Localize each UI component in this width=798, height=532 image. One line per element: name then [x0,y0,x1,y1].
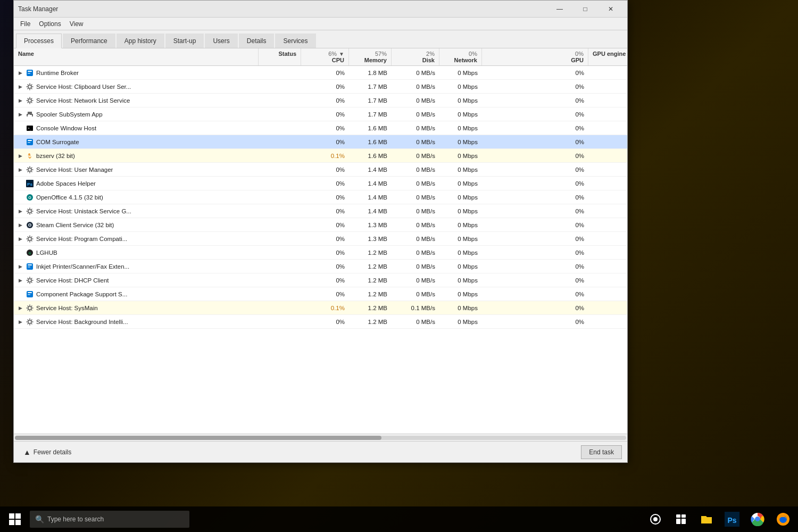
process-status-cell [259,293,301,295]
table-row[interactable]: ▶Service Host: DHCP Client0%1.2 MB0 MB/s… [14,273,627,287]
table-row[interactable]: ▶Runtime Broker0%1.8 MB0 MB/s0 Mbps0% [14,66,627,80]
table-row[interactable]: ▶Inkjet Printer/Scanner/Fax Exten...0%1.… [14,260,627,273]
col-header-name[interactable]: Name [14,48,259,65]
process-cpu-cell: 0% [301,207,349,215]
photoshop-taskbar-icon[interactable]: Ps [719,506,745,532]
end-task-button[interactable]: End task [581,445,622,459]
col-header-cpu[interactable]: 6% ▼ CPU [301,48,349,65]
tab-processes[interactable]: Processes [16,34,62,48]
maximize-button[interactable]: □ [573,2,597,16]
col-header-memory[interactable]: 57% Memory [349,48,392,65]
process-gpu-cell: 0% [482,152,588,160]
table-row[interactable]: ▶Spooler SubSystem App0%1.7 MB0 MB/s0 Mb… [14,107,627,121]
expand-arrow-icon[interactable]: ▶ [17,305,23,311]
cortana-taskbar-icon[interactable] [643,506,668,532]
table-row[interactable]: OOpenOffice 4.1.5 (32 bit)0%1.4 MB0 MB/s… [14,190,627,204]
table-row[interactable]: ▶Service Host: Network List Service0%1.7… [14,94,627,107]
table-row[interactable]: ▶bzserv (32 bit)0.1%1.6 MB0 MB/s0 Mbps0% [14,149,627,163]
horizontal-scrollbar[interactable] [14,434,627,441]
tab-users[interactable]: Users [205,34,237,48]
tab-details[interactable]: Details [239,34,275,48]
close-button[interactable]: ✕ [598,2,623,16]
windows-logo-icon [9,513,21,525]
process-cpu-cell: 0% [301,290,349,298]
expand-arrow-icon[interactable]: ▶ [17,263,23,270]
process-memory-cell: 1.7 MB [349,82,392,91]
scrollbar-thumb[interactable] [15,436,381,440]
table-row[interactable]: PsAdobe Spaces Helper0%1.4 MB0 MB/s0 Mbp… [14,177,627,190]
menu-options[interactable]: Options [35,19,65,29]
expand-arrow-icon[interactable]: ▶ [17,167,23,173]
process-cpu-cell: 0% [301,276,349,285]
col-header-gpu[interactable]: 0% GPU [482,48,588,65]
svg-point-22 [29,224,31,226]
expand-arrow-icon[interactable]: ▶ [17,111,23,118]
process-name-cell: PsAdobe Spaces Helper [14,178,259,189]
process-network-cell: 0 Mbps [439,96,482,105]
expand-arrow-icon[interactable]: ▶ [17,277,23,284]
process-status-cell [259,169,301,171]
process-status-cell [259,238,301,240]
file-explorer-taskbar-icon[interactable] [694,506,719,532]
expand-arrow-icon[interactable]: ▶ [17,208,23,214]
col-header-disk[interactable]: 2% Disk [392,48,439,65]
process-cpu-cell: 0% [301,69,349,77]
expand-arrow-icon[interactable]: ▶ [17,236,23,242]
process-memory-cell: 1.2 MB [349,276,392,285]
process-icon [26,304,34,312]
process-name-cell: Component Package Support S... [14,289,259,300]
expand-arrow-icon[interactable]: ▶ [17,97,23,104]
search-bar[interactable]: 🔍 Type here to search [30,511,189,528]
chrome-taskbar-icon[interactable] [745,506,770,532]
process-status-cell [259,182,301,185]
start-button[interactable] [2,506,28,532]
expand-arrow-icon[interactable]: ▶ [17,70,23,76]
table-row[interactable]: ▶Steam Client Service (32 bit)0%1.3 MB0 … [14,218,627,232]
process-memory-cell: 1.3 MB [349,235,392,243]
scrollbar-track [15,436,626,440]
process-name-label: OpenOffice 4.1.5 (32 bit) [36,194,103,201]
title-bar: Task Manager — □ ✕ [14,1,627,18]
tab-services[interactable]: Services [275,34,315,48]
process-name-cell: ▶Runtime Broker [14,68,259,78]
process-network-cell: 0 Mbps [439,318,482,326]
tab-startup[interactable]: Start-up [165,34,204,48]
col-header-network[interactable]: 0% Network [439,48,482,65]
expand-arrow-icon[interactable]: ▶ [17,84,23,90]
table-row[interactable]: ▶Service Host: Program Compati...0%1.3 M… [14,232,627,246]
process-name-cell: ▶Service Host: Clipboard User Ser... [14,81,259,92]
process-name-cell: ▶Service Host: User Manager [14,164,259,175]
expand-arrow-icon[interactable]: ▶ [17,153,23,159]
tab-app-history[interactable]: App history [117,34,164,48]
process-memory-cell: 1.8 MB [349,69,392,77]
process-memory-cell: 1.6 MB [349,124,392,132]
svg-rect-39 [676,519,680,524]
table-row[interactable]: ▶Service Host: User Manager0%1.4 MB0 MB/… [14,163,627,177]
process-disk-cell: 0 MB/s [392,276,439,285]
table-row[interactable]: >_Console Window Host0%1.6 MB0 MB/s0 Mbp… [14,121,627,135]
fewer-details-button[interactable]: ▲ Fewer details [19,446,76,459]
expand-arrow-icon[interactable]: ▶ [17,319,23,325]
firefox-taskbar-icon[interactable] [770,506,796,532]
svg-rect-13 [28,142,30,143]
col-header-status[interactable]: Status [259,48,301,65]
table-row[interactable]: ▶Service Host: Unistack Service G...0%1.… [14,204,627,218]
tab-performance[interactable]: Performance [63,34,115,48]
table-row[interactable]: GLGHUB0%1.2 MB0 MB/s0 Mbps0% [14,246,627,260]
process-name-label: Spooler SubSystem App [36,111,103,118]
expand-arrow-icon[interactable]: ▶ [17,222,23,228]
window-title: Task Manager [18,5,547,13]
table-row[interactable]: ▶Service Host: SysMain0.1%1.2 MB0.1 MB/s… [14,301,627,315]
table-row[interactable]: ▶Service Host: Clipboard User Ser...0%1.… [14,80,627,94]
col-header-gpu-engine[interactable]: GPU engine [588,48,627,65]
menu-file[interactable]: File [16,19,35,29]
minimize-button[interactable]: — [547,2,572,16]
menu-view[interactable]: View [65,19,88,29]
table-row[interactable]: Component Package Support S...0%1.2 MB0 … [14,287,627,301]
table-row[interactable]: ▶Service Host: Background Intelli...0%1.… [14,315,627,329]
process-disk-cell: 0 MB/s [392,290,439,298]
process-status-cell [259,265,301,268]
table-row[interactable]: COM Surrogate0%1.6 MB0 MB/s0 Mbps0% [14,135,627,149]
svg-point-36 [653,517,658,521]
task-view-taskbar-icon[interactable] [668,506,694,532]
